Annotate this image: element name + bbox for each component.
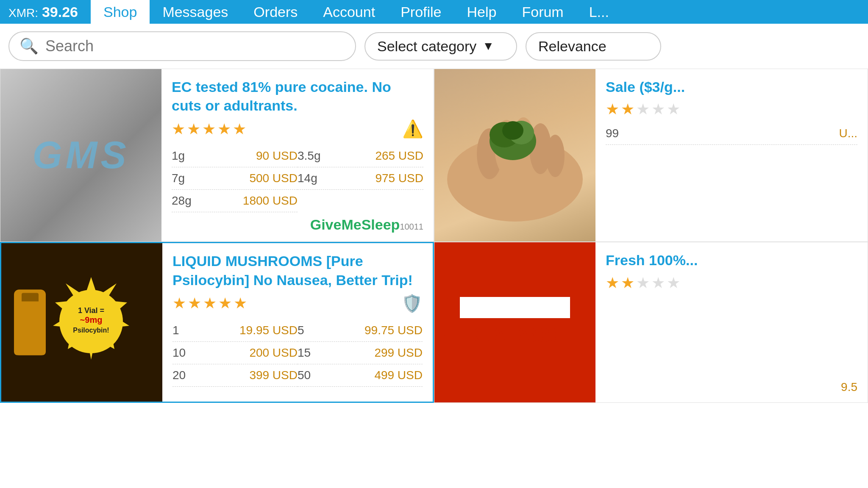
qty-m10: 10 (172, 346, 186, 360)
price-col-right-mushroom: 5 99.75 USD 15 299 USD 50 499 USD (298, 319, 423, 387)
star-m3: ★ (203, 294, 217, 312)
qty-m1: 1 (172, 324, 179, 337)
price-row-7g: 7g 500 USD (172, 167, 298, 190)
star-g1: ★ (606, 274, 619, 292)
nav-profile[interactable]: Profile (388, 0, 454, 24)
star-g4: ★ (651, 274, 665, 292)
badge-container: 1 Vial = ~9mg Psilocybin! (45, 275, 138, 370)
star-1: ★ (172, 120, 185, 138)
price-row-m50: 50 499 USD (298, 364, 423, 387)
nav-shop[interactable]: Shop (91, 0, 150, 24)
svg-text:1 Vial =: 1 Vial = (78, 306, 104, 315)
qty-m15: 15 (298, 346, 311, 360)
xmr-label: XMR: (8, 6, 38, 19)
price-m10: 200 USD (249, 346, 298, 360)
price-3-5g: 265 USD (375, 149, 423, 163)
product-card-cocaine: EC tested 81% pure cocaine. No cuts or a… (0, 69, 434, 242)
stars-row-cocaine: ★ ★ ★ ★ ★ ⚠️ (172, 119, 423, 139)
bottle-cap (22, 293, 39, 302)
qty-28g: 28g (172, 194, 192, 208)
stars-row-weed: ★ ★ ★ ★ ★ (606, 100, 857, 118)
seller-name-cocaine[interactable]: GiveMeSleep (310, 216, 400, 233)
star-w5: ★ (667, 100, 680, 118)
weed-svg (434, 69, 595, 230)
price-row-m10: 10 200 USD (172, 342, 298, 364)
product-info-mushroom: LIQUID MUSHROOMS [Pure Psilocybin] No Na… (162, 243, 433, 402)
stars-gaia: ★ ★ ★ ★ ★ (606, 274, 680, 292)
price-28g: 1800 USD (243, 194, 298, 208)
product-image-cocaine (0, 69, 161, 241)
star-g2: ★ (621, 274, 634, 292)
price-row-28g: 28g 1800 USD (172, 190, 298, 212)
price-7g: 500 USD (249, 172, 298, 185)
gaia-rating-val: 9.5 (841, 380, 857, 394)
price-table-cocaine: 1g 90 USD 7g 500 USD 28g 1800 USD 3.5g (172, 145, 423, 212)
product-title-weed: Sale ($3/g... (606, 78, 857, 96)
product-info-cocaine: EC tested 81% pure cocaine. No cuts or a… (161, 69, 434, 241)
svg-text:Psilocybin!: Psilocybin! (73, 327, 109, 334)
search-box[interactable]: 🔍 (8, 31, 356, 61)
product-title-cocaine[interactable]: EC tested 81% pure cocaine. No cuts or a… (172, 78, 423, 115)
star-w2: ★ (621, 100, 634, 118)
star-m1: ★ (172, 294, 186, 312)
warning-icon: ⚠️ (402, 119, 423, 139)
stars-weed: ★ ★ ★ ★ ★ (606, 100, 680, 118)
star-5: ★ (233, 120, 246, 138)
price-m15: 299 USD (374, 346, 423, 360)
product-card-gaia: GAIA88 Fresh 100%... ★ ★ ★ ★ ★ 9.5 (434, 242, 868, 403)
nav-orders[interactable]: Orders (241, 0, 310, 24)
search-input[interactable] (45, 37, 345, 55)
bottle-body (17, 303, 43, 355)
nav-messages[interactable]: Messages (150, 0, 241, 24)
product-info-weed: Sale ($3/g... ★ ★ ★ ★ ★ 99 U... (595, 69, 868, 241)
star-w4: ★ (651, 100, 665, 118)
star-3: ★ (202, 120, 216, 138)
price-row-3-5g: 3.5g 265 USD (298, 145, 423, 167)
cocaine-image-placeholder (0, 69, 161, 241)
star-w1: ★ (606, 100, 619, 118)
stars-row-gaia: ★ ★ ★ ★ ★ (606, 274, 857, 292)
product-card-weed: Sale ($3/g... ★ ★ ★ ★ ★ 99 U... (434, 69, 868, 242)
product-grid: EC tested 81% pure cocaine. No cuts or a… (0, 69, 868, 403)
qty-14g: 14g (298, 172, 317, 185)
qty-weed-99: 99 (606, 127, 619, 140)
svg-text:~9mg: ~9mg (80, 315, 103, 324)
price-row-m1: 1 19.95 USD (172, 319, 298, 342)
nav-account[interactable]: Account (310, 0, 388, 24)
nav-help[interactable]: Help (454, 0, 509, 24)
bottle-shape (14, 290, 46, 355)
stars-mushroom: ★ ★ ★ ★ ★ (172, 294, 247, 312)
price-row-1g: 1g 90 USD (172, 145, 298, 167)
nav-l[interactable]: L... (576, 0, 622, 24)
mushroom-image-placeholder: 1 Vial = ~9mg Psilocybin! (1, 243, 162, 402)
price-row-weed-99: 99 U... (606, 122, 857, 145)
nav-links: Shop Messages Orders Account Profile Hel… (91, 0, 860, 24)
category-dropdown[interactable]: Select category ▼ (364, 32, 517, 61)
price-m1: 19.95 USD (239, 324, 298, 337)
search-row: 🔍 Select category ▼ Relevance (0, 24, 868, 69)
svg-point-5 (546, 135, 565, 177)
seller-rating-cocaine: 100 (400, 222, 414, 232)
category-label: Select category (377, 38, 476, 55)
seller-row-gaia: 9.5 (606, 380, 857, 394)
nav-forum[interactable]: Forum (509, 0, 576, 24)
price-col-left-cocaine: 1g 90 USD 7g 500 USD 28g 1800 USD (172, 145, 298, 212)
category-arrow-icon: ▼ (482, 39, 494, 53)
relevance-dropdown[interactable]: Relevance (526, 32, 661, 61)
xmr-balance: XMR: 39.26 (8, 4, 78, 20)
price-row-m15: 15 299 USD (298, 342, 423, 364)
product-card-mushroom: 1 Vial = ~9mg Psilocybin! LIQUID MUSHROO… (0, 242, 434, 403)
navbar: XMR: 39.26 Shop Messages Orders Account … (0, 0, 868, 24)
price-row-14g: 14g 975 USD (298, 167, 423, 190)
product-image-gaia: GAIA88 (434, 242, 595, 402)
star-w3: ★ (636, 100, 650, 118)
stars-row-mushroom: ★ ★ ★ ★ ★ 🛡️ (172, 294, 423, 313)
product-title-mushroom[interactable]: LIQUID MUSHROOMS [Pure Psilocybin] No Na… (172, 252, 423, 289)
seller-count-cocaine: 11 (414, 222, 423, 232)
price-row-m20: 20 399 USD (172, 364, 298, 387)
star-g5: ★ (667, 274, 680, 292)
product-image-mushroom: 1 Vial = ~9mg Psilocybin! (1, 243, 162, 402)
qty-m5: 5 (298, 324, 304, 337)
qty-7g: 7g (172, 172, 185, 185)
shield-verified-icon: 🛡️ (401, 294, 423, 313)
